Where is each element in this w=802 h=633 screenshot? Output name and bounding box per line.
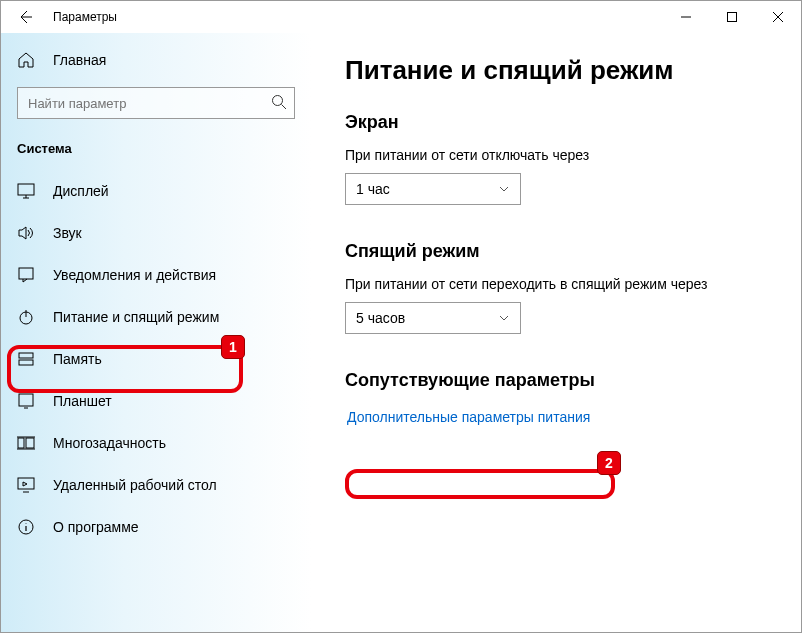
callout-1-badge: 1 [221,335,245,359]
svg-rect-7 [19,394,33,406]
info-icon [17,518,35,536]
additional-power-link[interactable]: Дополнительные параметры питания [345,405,592,429]
svg-rect-9 [26,438,34,448]
svg-rect-2 [18,184,34,195]
screen-label: При питании от сети отключать через [345,147,767,163]
sidebar-item-about[interactable]: О программе [1,506,311,548]
close-icon [773,12,783,22]
close-button[interactable] [755,1,801,33]
related-heading: Сопутствующие параметры [345,370,767,391]
sidebar-item-multitasking[interactable]: Многозадачность [1,422,311,464]
svg-rect-0 [728,13,737,22]
sidebar-item-notifications[interactable]: Уведомления и действия [1,254,311,296]
screen-value: 1 час [356,181,390,197]
sidebar: Главная Система Дисплей Звук Уведомления… [1,33,311,633]
sidebar-item-power[interactable]: Питание и спящий режим [1,296,311,338]
svg-rect-3 [19,268,33,279]
remote-icon [17,476,35,494]
nav-label: О программе [53,519,139,535]
minimize-icon [681,12,691,22]
svg-rect-5 [19,353,33,358]
nav-label: Планшет [53,393,112,409]
sidebar-item-display[interactable]: Дисплей [1,170,311,212]
sleep-heading: Спящий режим [345,241,767,262]
svg-rect-8 [18,438,24,448]
search-input[interactable] [17,87,295,119]
maximize-button[interactable] [709,1,755,33]
window-title: Параметры [53,10,117,24]
minimize-button[interactable] [663,1,709,33]
nav-label: Питание и спящий режим [53,309,219,325]
notifications-icon [17,266,35,284]
tablet-icon [17,392,35,410]
sidebar-home[interactable]: Главная [1,41,311,79]
arrow-left-icon [17,9,33,25]
screen-timeout-select[interactable]: 1 час [345,173,521,205]
sidebar-item-tablet[interactable]: Планшет [1,380,311,422]
screen-heading: Экран [345,112,767,133]
callout-2-badge: 2 [597,451,621,475]
sidebar-item-remote-desktop[interactable]: Удаленный рабочий стол [1,464,311,506]
multitasking-icon [17,434,35,452]
nav-label: Многозадачность [53,435,166,451]
page-title: Питание и спящий режим [345,55,767,86]
nav-label: Удаленный рабочий стол [53,477,217,493]
svg-rect-6 [19,360,33,365]
sidebar-item-sound[interactable]: Звук [1,212,311,254]
nav-label: Дисплей [53,183,109,199]
chevron-down-icon [498,183,510,195]
home-icon [17,51,35,69]
maximize-icon [727,12,737,22]
sound-icon [17,224,35,242]
svg-point-1 [273,96,283,106]
storage-icon [17,350,35,368]
search-icon [271,94,287,110]
nav-label: Уведомления и действия [53,267,216,283]
content: Питание и спящий режим Экран При питании… [311,33,801,633]
chevron-down-icon [498,312,510,324]
sleep-label: При питании от сети переходить в спящий … [345,276,767,292]
sleep-value: 5 часов [356,310,405,326]
nav-label: Память [53,351,102,367]
sidebar-item-storage[interactable]: Память [1,338,311,380]
section-label: Система [1,131,311,170]
nav-label: Звук [53,225,82,241]
display-icon [17,182,35,200]
back-button[interactable] [9,1,41,33]
sleep-timeout-select[interactable]: 5 часов [345,302,521,334]
power-icon [17,308,35,326]
home-label: Главная [53,52,106,68]
titlebar: Параметры [1,1,801,33]
